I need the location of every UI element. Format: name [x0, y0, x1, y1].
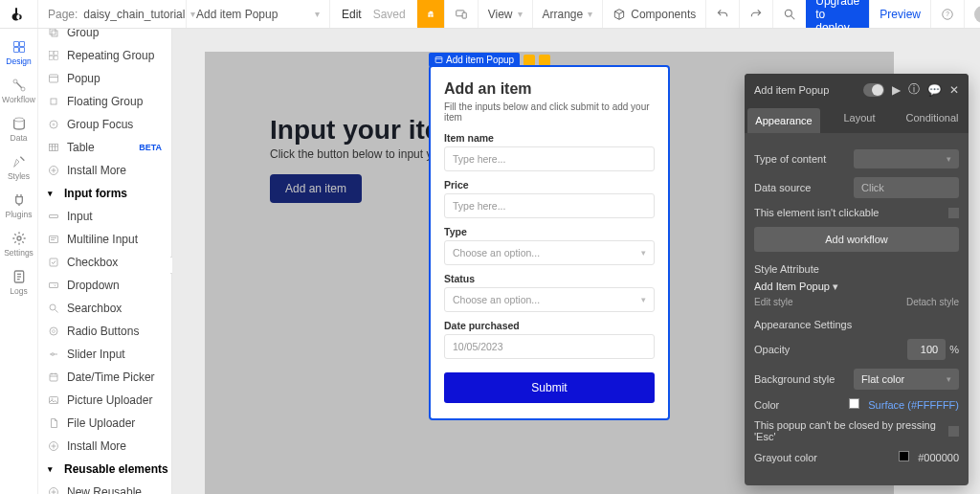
edit-mode-label[interactable]: Edit: [342, 8, 362, 21]
search-icon: [48, 303, 59, 314]
palette-header-label: Reusable elements: [64, 462, 168, 476]
close-icon[interactable]: ✕: [949, 83, 959, 97]
type-of-content-field[interactable]: ▾: [854, 149, 959, 168]
grayout-label: Grayout color: [754, 452, 817, 463]
form-field-input[interactable]: 10/05/2023: [444, 334, 655, 359]
tab-appearance[interactable]: Appearance: [747, 108, 820, 133]
design-icon: [11, 39, 27, 55]
svg-line-43: [56, 310, 58, 313]
property-inspector[interactable]: Add item Popup ▶ ⓘ 💬 ✕ Appearance Layout…: [745, 74, 969, 485]
help-button[interactable]: ?: [930, 0, 964, 28]
rail-styles[interactable]: Styles: [0, 149, 38, 186]
plus-icon: [48, 486, 59, 494]
palette-item[interactable]: Floating Group: [38, 90, 171, 113]
palette-section-header: ▾Reusable elements: [38, 458, 171, 481]
info-icon[interactable]: ⓘ: [908, 81, 920, 98]
gift-button[interactable]: [417, 0, 444, 28]
bg-style-field[interactable]: Flat color▾: [854, 369, 959, 390]
undo-button[interactable]: [705, 0, 739, 28]
rail-logs[interactable]: Logs: [0, 264, 38, 301]
submit-button[interactable]: Submit: [444, 372, 655, 403]
preview-button[interactable]: Preview: [869, 0, 930, 28]
comment-icon[interactable]: 💬: [927, 83, 942, 97]
grayout-field[interactable]: #000000: [899, 451, 959, 463]
edit-style-link[interactable]: Edit style: [754, 297, 793, 307]
detach-style-link[interactable]: Detach style: [906, 297, 959, 307]
palette-item[interactable]: Searchbox: [38, 297, 171, 320]
rail-settings[interactable]: Settings: [0, 226, 38, 262]
element-breadcrumb[interactable]: Add item Popup ▾: [187, 0, 330, 28]
plus-icon: [48, 440, 59, 452]
inspector-toggle[interactable]: [863, 83, 884, 97]
rail-plugins[interactable]: Plugins: [0, 188, 38, 224]
redo-button[interactable]: [739, 0, 772, 28]
esc-close-label: This popup can't be closed by pressing '…: [754, 419, 941, 442]
tab-layout[interactable]: Layout: [823, 105, 896, 133]
svg-rect-20: [50, 52, 54, 56]
components-button[interactable]: Components: [602, 0, 705, 28]
palette-item[interactable]: File Uploader: [38, 412, 171, 435]
palette-item[interactable]: Install More: [38, 159, 171, 182]
palette-item[interactable]: Group: [38, 29, 171, 44]
palette-item[interactable]: New Reusable: [38, 481, 171, 494]
palette-item[interactable]: Repeating Group: [38, 44, 171, 67]
chevron-down-icon: ▾: [518, 9, 523, 19]
add-workflow-button[interactable]: Add workflow: [754, 227, 959, 252]
element-badge-2[interactable]: [539, 55, 550, 66]
palette-item[interactable]: TableBETA: [38, 136, 171, 159]
rail-data[interactable]: Data: [0, 111, 38, 147]
popup-title: Add an item: [444, 80, 655, 98]
esc-close-checkbox[interactable]: [948, 426, 959, 437]
play-icon[interactable]: ▶: [892, 83, 901, 97]
palette-item[interactable]: Group Focus: [38, 113, 171, 136]
palette-item[interactable]: Date/Time Picker: [38, 366, 171, 389]
grayout-value: #000000: [918, 452, 959, 463]
components-label: Components: [631, 8, 696, 21]
deploy-button[interactable]: Upgrade to deploy: [806, 0, 869, 28]
responsive-toggle[interactable]: [444, 0, 478, 28]
palette-item[interactable]: Radio Buttons: [38, 320, 171, 343]
editor-canvas[interactable]: Input your items Click the button below …: [172, 29, 980, 494]
palette-item[interactable]: Slider Input: [38, 343, 171, 366]
svg-rect-1: [462, 12, 466, 18]
search-button[interactable]: [772, 0, 806, 28]
svg-point-28: [53, 124, 55, 125]
app-logo[interactable]: [0, 0, 38, 28]
elements-palette[interactable]: GroupRepeating GroupPopupFloating GroupG…: [38, 29, 172, 494]
palette-item[interactable]: Install More: [38, 435, 171, 458]
palette-item-label: New Reusable: [67, 485, 142, 494]
arrange-menu[interactable]: Arrange ▾: [532, 0, 603, 28]
chevron-down-icon: ▾: [588, 9, 592, 19]
rail-label: Plugins: [6, 210, 33, 219]
element-badge-1[interactable]: [523, 55, 535, 66]
svg-text:?: ?: [946, 11, 949, 17]
chevron-down-icon: ▾: [48, 189, 53, 198]
window-icon: [48, 73, 59, 84]
rail-workflow[interactable]: Workflow: [0, 73, 38, 109]
palette-item[interactable]: Picture Uploader: [38, 389, 171, 412]
palette-item[interactable]: Input: [38, 205, 171, 228]
tab-conditional[interactable]: Conditional: [896, 105, 969, 133]
palette-item[interactable]: Popup: [38, 67, 171, 90]
form-field-input[interactable]: Type here...: [444, 193, 655, 218]
palette-item[interactable]: Checkbox: [38, 251, 171, 274]
view-menu[interactable]: View ▾: [478, 0, 532, 28]
color-field[interactable]: Surface (#FFFFFF): [849, 398, 959, 411]
opacity-field[interactable]: 100: [907, 339, 946, 360]
form-field-input[interactable]: Choose an option...▾: [444, 287, 655, 312]
rail-label: Logs: [10, 286, 27, 296]
form-field-input[interactable]: Choose an option...▾: [444, 240, 655, 265]
form-field-input[interactable]: Type here...: [444, 146, 655, 171]
palette-item[interactable]: Dropdown: [38, 274, 171, 297]
form-field-label: Type: [444, 226, 655, 237]
svg-rect-29: [50, 145, 58, 151]
rail-design[interactable]: Design: [0, 34, 38, 71]
add-item-popup[interactable]: Add an item Fill the inputs below and cl…: [429, 65, 670, 420]
palette-item[interactable]: Multiline Input: [38, 228, 171, 251]
style-attribute-field[interactable]: Add Item Popup ▾: [754, 281, 959, 293]
svg-rect-48: [50, 374, 57, 382]
data-source-field[interactable]: Click: [854, 177, 959, 198]
not-clickable-checkbox[interactable]: [948, 208, 959, 218]
page-selector[interactable]: Page: daisy_chain_tutorial ▾: [38, 0, 187, 28]
account-avatar[interactable]: [964, 0, 980, 28]
